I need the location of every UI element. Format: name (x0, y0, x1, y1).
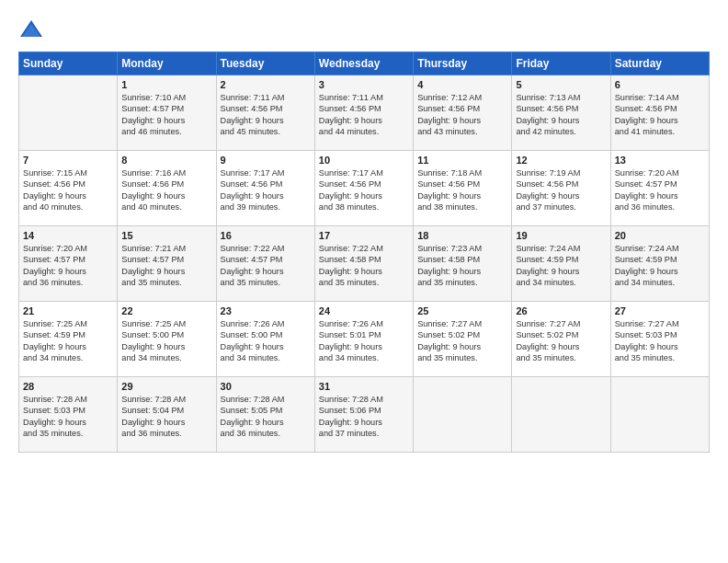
cell-details: Sunrise: 7:23 AMSunset: 4:58 PMDaylight:… (417, 243, 507, 289)
day-number: 4 (417, 79, 507, 90)
day-number: 30 (221, 381, 311, 392)
calendar-cell: 8Sunrise: 7:16 AMSunset: 4:56 PMDaylight… (118, 151, 216, 226)
cell-details: Sunrise: 7:27 AMSunset: 5:03 PMDaylight:… (615, 318, 705, 364)
day-number: 3 (319, 79, 409, 90)
day-number: 16 (221, 230, 311, 241)
calendar-table: SundayMondayTuesdayWednesdayThursdayFrid… (18, 52, 710, 453)
cell-details: Sunrise: 7:20 AMSunset: 4:57 PMDaylight:… (615, 167, 705, 213)
day-number: 21 (23, 305, 113, 316)
day-number: 25 (417, 305, 507, 316)
cell-details: Sunrise: 7:28 AMSunset: 5:05 PMDaylight:… (221, 394, 311, 440)
header-day: Thursday (414, 52, 512, 75)
calendar-cell: 15Sunrise: 7:21 AMSunset: 4:57 PMDayligh… (118, 226, 216, 302)
calendar-cell: 20Sunrise: 7:24 AMSunset: 4:59 PMDayligh… (610, 226, 709, 302)
cell-details: Sunrise: 7:22 AMSunset: 4:57 PMDaylight:… (221, 243, 311, 289)
calendar-cell: 19Sunrise: 7:24 AMSunset: 4:59 PMDayligh… (512, 226, 610, 302)
cell-details: Sunrise: 7:17 AMSunset: 4:56 PMDaylight:… (221, 167, 311, 213)
header-row: SundayMondayTuesdayWednesdayThursdayFrid… (19, 52, 710, 75)
calendar-cell: 1Sunrise: 7:10 AMSunset: 4:57 PMDaylight… (118, 75, 216, 151)
cell-details: Sunrise: 7:18 AMSunset: 4:56 PMDaylight:… (417, 167, 507, 213)
calendar-cell: 27Sunrise: 7:27 AMSunset: 5:03 PMDayligh… (610, 302, 709, 377)
cell-details: Sunrise: 7:24 AMSunset: 4:59 PMDaylight:… (615, 243, 705, 289)
day-number: 9 (221, 155, 311, 166)
day-number: 31 (319, 381, 409, 392)
calendar-week: 14Sunrise: 7:20 AMSunset: 4:57 PMDayligh… (19, 226, 710, 302)
cell-details: Sunrise: 7:20 AMSunset: 4:57 PMDaylight:… (23, 243, 113, 289)
day-number: 12 (516, 155, 606, 166)
day-number: 1 (121, 79, 211, 90)
calendar-cell: 23Sunrise: 7:26 AMSunset: 5:00 PMDayligh… (216, 302, 314, 377)
day-number: 8 (121, 155, 211, 166)
calendar-week: 7Sunrise: 7:15 AMSunset: 4:56 PMDaylight… (19, 151, 710, 226)
day-number: 14 (23, 230, 113, 241)
cell-details: Sunrise: 7:24 AMSunset: 4:59 PMDaylight:… (516, 243, 606, 289)
cell-details: Sunrise: 7:17 AMSunset: 4:56 PMDaylight:… (319, 167, 409, 213)
calendar-cell: 6Sunrise: 7:14 AMSunset: 4:56 PMDaylight… (610, 75, 709, 151)
day-number: 5 (516, 79, 606, 90)
calendar-cell: 17Sunrise: 7:22 AMSunset: 4:58 PMDayligh… (314, 226, 413, 302)
day-number: 27 (615, 305, 705, 316)
calendar-cell: 18Sunrise: 7:23 AMSunset: 4:58 PMDayligh… (414, 226, 512, 302)
calendar-cell: 10Sunrise: 7:17 AMSunset: 4:56 PMDayligh… (314, 151, 413, 226)
header-day: Friday (512, 52, 610, 75)
day-number: 6 (615, 79, 705, 90)
cell-details: Sunrise: 7:25 AMSunset: 4:59 PMDaylight:… (23, 318, 113, 364)
calendar-cell: 12Sunrise: 7:19 AMSunset: 4:56 PMDayligh… (512, 151, 610, 226)
header-day: Tuesday (216, 52, 314, 75)
cell-details: Sunrise: 7:16 AMSunset: 4:56 PMDaylight:… (121, 167, 211, 213)
day-number: 11 (417, 155, 507, 166)
calendar-cell: 29Sunrise: 7:28 AMSunset: 5:04 PMDayligh… (118, 377, 216, 453)
calendar-cell: 11Sunrise: 7:18 AMSunset: 4:56 PMDayligh… (414, 151, 512, 226)
calendar-cell (610, 377, 709, 453)
calendar-cell: 7Sunrise: 7:15 AMSunset: 4:56 PMDaylight… (19, 151, 118, 226)
header-day: Sunday (19, 52, 118, 75)
calendar-cell: 5Sunrise: 7:13 AMSunset: 4:56 PMDaylight… (512, 75, 610, 151)
day-number: 24 (319, 305, 409, 316)
cell-details: Sunrise: 7:12 AMSunset: 4:56 PMDaylight:… (417, 92, 507, 138)
day-number: 2 (221, 79, 311, 90)
calendar-cell: 14Sunrise: 7:20 AMSunset: 4:57 PMDayligh… (19, 226, 118, 302)
cell-details: Sunrise: 7:13 AMSunset: 4:56 PMDaylight:… (516, 92, 606, 138)
day-number: 26 (516, 305, 606, 316)
calendar-cell (19, 75, 118, 151)
cell-details: Sunrise: 7:26 AMSunset: 5:01 PMDaylight:… (319, 318, 409, 364)
day-number: 13 (615, 155, 705, 166)
calendar-cell: 21Sunrise: 7:25 AMSunset: 4:59 PMDayligh… (19, 302, 118, 377)
calendar-week: 28Sunrise: 7:28 AMSunset: 5:03 PMDayligh… (19, 377, 710, 453)
calendar-cell: 9Sunrise: 7:17 AMSunset: 4:56 PMDaylight… (216, 151, 314, 226)
calendar-cell (414, 377, 512, 453)
calendar-cell: 30Sunrise: 7:28 AMSunset: 5:05 PMDayligh… (216, 377, 314, 453)
day-number: 18 (417, 230, 507, 241)
cell-details: Sunrise: 7:26 AMSunset: 5:00 PMDaylight:… (221, 318, 311, 364)
cell-details: Sunrise: 7:27 AMSunset: 5:02 PMDaylight:… (516, 318, 606, 364)
cell-details: Sunrise: 7:22 AMSunset: 4:58 PMDaylight:… (319, 243, 409, 289)
day-number: 15 (121, 230, 211, 241)
calendar-cell: 28Sunrise: 7:28 AMSunset: 5:03 PMDayligh… (19, 377, 118, 453)
cell-details: Sunrise: 7:27 AMSunset: 5:02 PMDaylight:… (417, 318, 507, 364)
cell-details: Sunrise: 7:28 AMSunset: 5:03 PMDaylight:… (23, 394, 113, 440)
day-number: 29 (121, 381, 211, 392)
calendar-week: 1Sunrise: 7:10 AMSunset: 4:57 PMDaylight… (19, 75, 710, 151)
calendar-cell: 31Sunrise: 7:28 AMSunset: 5:06 PMDayligh… (314, 377, 413, 453)
day-number: 28 (23, 381, 113, 392)
calendar-cell: 16Sunrise: 7:22 AMSunset: 4:57 PMDayligh… (216, 226, 314, 302)
header (18, 17, 710, 42)
calendar-cell: 4Sunrise: 7:12 AMSunset: 4:56 PMDaylight… (414, 75, 512, 151)
cell-details: Sunrise: 7:28 AMSunset: 5:06 PMDaylight:… (319, 394, 409, 440)
logo (18, 17, 48, 42)
cell-details: Sunrise: 7:19 AMSunset: 4:56 PMDaylight:… (516, 167, 606, 213)
calendar-cell: 3Sunrise: 7:11 AMSunset: 4:56 PMDaylight… (314, 75, 413, 151)
day-number: 7 (23, 155, 113, 166)
calendar-cell (512, 377, 610, 453)
page: SundayMondayTuesdayWednesdayThursdayFrid… (0, 0, 728, 563)
logo-icon (18, 17, 44, 42)
calendar-week: 21Sunrise: 7:25 AMSunset: 4:59 PMDayligh… (19, 302, 710, 377)
day-number: 20 (615, 230, 705, 241)
header-day: Saturday (610, 52, 709, 75)
cell-details: Sunrise: 7:21 AMSunset: 4:57 PMDaylight:… (121, 243, 211, 289)
calendar-cell: 25Sunrise: 7:27 AMSunset: 5:02 PMDayligh… (414, 302, 512, 377)
day-number: 22 (121, 305, 211, 316)
calendar-cell: 24Sunrise: 7:26 AMSunset: 5:01 PMDayligh… (314, 302, 413, 377)
calendar-cell: 26Sunrise: 7:27 AMSunset: 5:02 PMDayligh… (512, 302, 610, 377)
calendar-cell: 13Sunrise: 7:20 AMSunset: 4:57 PMDayligh… (610, 151, 709, 226)
